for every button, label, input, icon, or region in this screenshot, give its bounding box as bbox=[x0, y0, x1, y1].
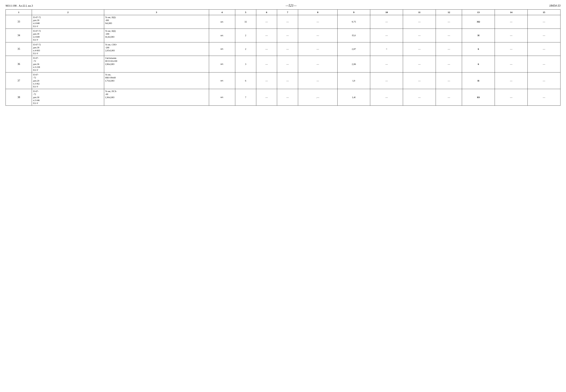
table-cell: — bbox=[495, 15, 528, 29]
table-cell: — bbox=[495, 42, 528, 56]
table-cell: — bbox=[528, 89, 560, 106]
table-cell: — bbox=[277, 89, 298, 106]
table-cell: — bbox=[256, 89, 277, 106]
table-cell: I5-07--72доп.30п.5-I46П.I-У bbox=[32, 89, 104, 106]
table-cell: шт. bbox=[209, 72, 235, 89]
table-cell: — bbox=[370, 89, 403, 106]
col-header-11: 11 bbox=[403, 10, 436, 15]
table-cell: 3I bbox=[462, 28, 495, 42]
col-header-12: 12 bbox=[436, 10, 462, 15]
table-cell: — bbox=[277, 72, 298, 89]
col-header-8: 8 bbox=[298, 10, 337, 15]
table-cell: 9,75 bbox=[337, 15, 370, 29]
table-cell: — bbox=[436, 89, 462, 106]
table-cell: — bbox=[370, 28, 403, 42]
table-row: 35I5-07-72доп.39п.4-003П.I-УТо же, СПО--… bbox=[6, 42, 560, 56]
table-cell: — bbox=[495, 72, 528, 89]
table-cell: 2 bbox=[235, 28, 256, 42]
table-cell: — bbox=[370, 56, 403, 72]
table-cell: — bbox=[298, 15, 337, 29]
table-cell: — bbox=[403, 72, 436, 89]
table-cell: То же, ПСХ--60I,30xI,083 bbox=[104, 89, 209, 106]
table-cell: 6 bbox=[235, 72, 256, 89]
col-header-5: 5 bbox=[235, 10, 256, 15]
table-cell: — bbox=[298, 56, 337, 72]
table-cell: — bbox=[256, 15, 277, 29]
table-cell: I5-07--72доп.36п.3-238П.I-У bbox=[32, 56, 104, 72]
table-cell: — bbox=[495, 28, 528, 42]
table-cell: — bbox=[277, 42, 298, 56]
table-cell: — bbox=[403, 56, 436, 72]
table-row: 34I5-07-72доп.39п.I-049П.I-УТо же, ШД--2… bbox=[6, 28, 560, 42]
table-cell: шт. bbox=[209, 89, 235, 106]
table-cell: — bbox=[256, 28, 277, 42]
table-cell: — bbox=[298, 28, 337, 42]
table-cell: I5-07-72доп.39п.4-003П.I-У bbox=[32, 42, 104, 56]
table-cell: шт. bbox=[209, 56, 235, 72]
table-cell: 2,87 bbox=[337, 42, 370, 56]
table-cell: То же,НБО 09х60I,75xI,083 bbox=[104, 72, 209, 89]
table-cell: СветильникНСО-02х100I,90xI,083 bbox=[104, 56, 209, 72]
table-cell: — bbox=[298, 72, 337, 89]
table-cell: II bbox=[462, 72, 495, 89]
table-cell: — bbox=[528, 56, 560, 72]
table-cell: 3 bbox=[235, 56, 256, 72]
table-cell: — bbox=[256, 56, 277, 72]
col-header-1: 1 bbox=[6, 10, 32, 15]
col-header-2: 2 bbox=[32, 10, 104, 15]
col-header-4: 4 bbox=[209, 10, 235, 15]
table-cell: То же, ШД--I009xI,083· bbox=[104, 15, 209, 29]
table-cell: — bbox=[528, 15, 560, 29]
table-cell: шт. bbox=[209, 28, 235, 42]
table-cell: 35 bbox=[6, 42, 32, 56]
col-header-3: 3 bbox=[104, 10, 209, 15]
table-cell: — bbox=[277, 56, 298, 72]
table-cell: шт. bbox=[209, 42, 235, 56]
table-cell: = bbox=[370, 42, 403, 56]
table-cell: — bbox=[277, 15, 298, 29]
table-cell: .— bbox=[298, 89, 337, 106]
table-cell: 6 bbox=[462, 56, 495, 72]
table-cell: — bbox=[495, 56, 528, 72]
table-cell: I5-07-72доп.39п.I-049П.I-У bbox=[32, 28, 104, 42]
table-cell: — bbox=[403, 89, 436, 106]
table-cell: — bbox=[370, 15, 403, 29]
col-header-15: 15 bbox=[528, 10, 560, 15]
table-cell: I5-07-72доп.39п.I-048П.I-У bbox=[32, 15, 104, 29]
col-header-14: 14 bbox=[495, 10, 528, 15]
table-cell: — bbox=[528, 72, 560, 89]
table-cell: IO bbox=[462, 89, 495, 106]
table-cell: — bbox=[403, 15, 436, 29]
table-cell: — bbox=[436, 72, 462, 89]
table-cell: — bbox=[528, 42, 560, 56]
table-cell: 33 bbox=[6, 15, 32, 29]
table-cell: — bbox=[277, 28, 298, 42]
table-cell: 32 bbox=[235, 15, 256, 29]
table-header-row: 1 2 3 4 5 6 7 8 9 10 11 12 13 14 15 bbox=[6, 10, 560, 15]
col-header-10: 10 bbox=[370, 10, 403, 15]
table-cell: 36 bbox=[6, 56, 32, 72]
table-row: 36I5-07--72доп.36п.3-238П.I-УСветильникН… bbox=[6, 56, 560, 72]
table-cell: — bbox=[436, 28, 462, 42]
table-cell: — bbox=[436, 56, 462, 72]
table-cell: I5,6 bbox=[337, 28, 370, 42]
table-cell: — bbox=[298, 42, 337, 56]
table-cell: — bbox=[436, 15, 462, 29]
table-cell: То же, ШД--200I4,4xI,083 bbox=[104, 28, 209, 42]
table-cell: 2,06 bbox=[337, 56, 370, 72]
table-row: 33I5-07-72доп.39п.I-048П.I-УТо же, ШД--I… bbox=[6, 15, 560, 29]
table-row: 37I5-07--72доп.20п.3-I62П.I-УТо же,НБО 0… bbox=[6, 72, 560, 89]
table-cell: I,4I bbox=[337, 89, 370, 106]
table-cell: — bbox=[528, 28, 560, 42]
table-cell: — bbox=[436, 42, 462, 56]
table-row: 38I5-07--72доп.30п.5-I46П.I-УТо же, ПСХ-… bbox=[6, 89, 560, 106]
col-header-7: 7 bbox=[277, 10, 298, 15]
table-cell: — bbox=[256, 42, 277, 56]
table-cell: 7 bbox=[235, 89, 256, 106]
table-cell: 6 bbox=[462, 42, 495, 56]
table-cell: I,9 bbox=[337, 72, 370, 89]
table-cell: То же, СПО--2002,65xI,083 bbox=[104, 42, 209, 56]
table-cell: 3I2 bbox=[462, 15, 495, 29]
table-cell: 2 bbox=[235, 42, 256, 56]
table-cell: I5-07--72доп.20п.3-I62П.I-У bbox=[32, 72, 104, 89]
